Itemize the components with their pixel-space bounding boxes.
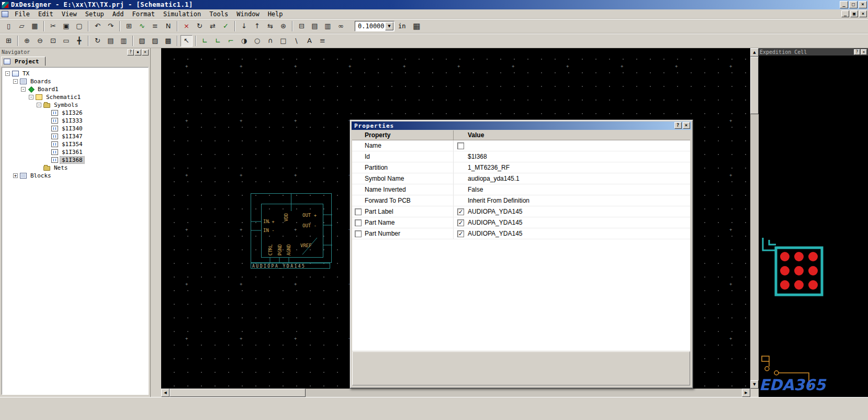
column-header-value[interactable]: Value: [454, 130, 690, 140]
ortho-mode-icon[interactable]: ⌐: [225, 35, 237, 47]
property-row-part-number[interactable]: Part Number✓AUDIOPA_YDA145: [352, 228, 690, 239]
property-value[interactable]: audiopa_yda145.1: [468, 175, 520, 182]
add-bus-icon[interactable]: ≡: [149, 20, 161, 32]
delete-icon[interactable]: ×: [181, 20, 193, 32]
horizontal-scrollbar-thumb[interactable]: [170, 389, 306, 397]
vertical-scrollbar[interactable]: ▲ ▼: [750, 48, 759, 389]
checkbox-unchecked[interactable]: [355, 230, 362, 237]
property-value[interactable]: AUDIOPA_YDA145: [468, 208, 523, 215]
redo-icon[interactable]: ↷: [105, 20, 117, 32]
circle-tool-icon[interactable]: ○: [251, 35, 263, 47]
properties-dialog[interactable]: Properties ? × Property Value NameId$1I3…: [350, 119, 693, 389]
properties-tool-icon[interactable]: ≡: [317, 35, 329, 47]
property-row-symbol-name[interactable]: Symbol Nameaudiopa_yda145.1: [352, 173, 690, 184]
close-button[interactable]: ×: [859, 1, 867, 8]
property-value-cell[interactable]: False: [454, 184, 690, 195]
property-value[interactable]: AUDIOPA_YDA145: [468, 230, 523, 237]
property-value[interactable]: $1I368: [468, 153, 487, 160]
new-icon[interactable]: ▯: [3, 20, 15, 32]
tree-item-1i368[interactable]: $1I368: [2, 156, 148, 164]
colors-icon[interactable]: ▩: [162, 35, 174, 47]
property-value[interactable]: False: [468, 186, 483, 193]
swap-icon[interactable]: ⇆: [264, 20, 276, 32]
minimize-button[interactable]: _: [840, 1, 848, 8]
menu-help[interactable]: Help: [264, 10, 287, 18]
property-row-name[interactable]: Name: [352, 140, 690, 151]
property-value[interactable]: 1_MT6236_RF: [468, 164, 510, 171]
tree-item-1i354[interactable]: $1I354: [2, 140, 148, 148]
tree-item-1i333[interactable]: $1I333: [2, 117, 148, 125]
mdi-restore-button[interactable]: ▣: [850, 10, 858, 17]
bus-mode-icon[interactable]: ∟: [212, 35, 224, 47]
horizontal-scrollbar[interactable]: ◀ ▶: [161, 389, 750, 397]
copy-icon[interactable]: ▣: [60, 20, 72, 32]
rotate-icon[interactable]: ↻: [194, 20, 206, 32]
checkbox-unchecked[interactable]: [355, 208, 362, 215]
net-color-icon[interactable]: ◑: [238, 35, 250, 47]
checkbox-unchecked[interactable]: [355, 219, 362, 226]
property-row-part-label[interactable]: Part Label✓AUDIOPA_YDA145: [352, 206, 690, 217]
grid-spacing-combo[interactable]: 0.10000 ▼: [355, 21, 394, 31]
property-value-cell[interactable]: Inherit From Definition: [454, 195, 690, 206]
schematic-symbol[interactable]: IN + IN - VDD OUT + OUT - CTRL PGND AGND…: [250, 193, 336, 271]
menu-edit[interactable]: Edit: [34, 10, 58, 18]
mdi-minimize-button[interactable]: _: [841, 10, 849, 17]
menu-window[interactable]: Window: [232, 10, 263, 18]
property-value-cell[interactable]: $1I368: [454, 151, 690, 162]
property-value-cell[interactable]: ✓AUDIOPA_YDA145: [454, 217, 690, 228]
collapse-icon[interactable]: -: [21, 87, 26, 92]
tree-item-1i326[interactable]: $1I326: [2, 109, 148, 117]
pop-schematic-icon[interactable]: ↑: [251, 20, 263, 32]
rectangle-tool-icon[interactable]: □: [277, 35, 289, 47]
column-header-property[interactable]: Property: [352, 130, 454, 140]
tree-item-nets[interactable]: Nets: [2, 164, 148, 172]
properties-dialog-title-bar[interactable]: Properties ? ×: [352, 121, 691, 130]
paste-icon[interactable]: ▢: [73, 20, 85, 32]
scroll-down-icon[interactable]: ▼: [750, 380, 759, 389]
checkbox-checked[interactable]: ✓: [457, 230, 464, 237]
display-settings-icon[interactable]: ▧: [136, 35, 148, 47]
checkbox-checked[interactable]: ✓: [457, 208, 464, 215]
board-view-icon[interactable]: ▥: [118, 35, 130, 47]
grid-settings-button[interactable]: ▦: [410, 20, 423, 32]
menu-simulation[interactable]: Simulation: [159, 10, 205, 18]
print-icon[interactable]: ▦: [29, 20, 41, 32]
tree-item-1i340[interactable]: $1I340: [2, 125, 148, 132]
chevron-down-icon[interactable]: ▼: [385, 22, 393, 30]
checkbox-unchecked[interactable]: [457, 142, 464, 149]
compile-icon[interactable]: ⊛: [277, 20, 289, 32]
collapse-icon[interactable]: -: [13, 79, 18, 84]
add-wire-icon[interactable]: ∿: [136, 20, 148, 32]
zoom-out-icon[interactable]: ⊖: [34, 35, 46, 47]
property-value-cell[interactable]: ✓AUDIOPA_YDA145: [454, 206, 690, 217]
tree-item-tx[interactable]: -TX: [2, 70, 148, 78]
arc-tool-icon[interactable]: ∩: [264, 35, 276, 47]
close-icon[interactable]: ×: [861, 49, 867, 55]
property-value-cell[interactable]: audiopa_yda145.1: [454, 173, 690, 184]
line-tool-icon[interactable]: \: [290, 35, 302, 47]
pin-icon[interactable]: ▪: [134, 49, 141, 56]
scroll-right-icon[interactable]: ▶: [742, 389, 750, 397]
tree-item-schematic1[interactable]: -Schematic1: [2, 93, 148, 101]
menu-add[interactable]: Add: [108, 10, 128, 18]
vertical-scrollbar-thumb[interactable]: [750, 57, 759, 114]
link-icon[interactable]: ∞: [335, 20, 347, 32]
redraw-icon[interactable]: ↻: [92, 35, 104, 47]
property-value-cell[interactable]: 1_MT6236_RF: [454, 162, 690, 173]
property-value[interactable]: AUDIOPA_YDA145: [468, 219, 523, 226]
scroll-left-icon[interactable]: ◀: [161, 389, 170, 397]
tree-item-1i347[interactable]: $1I347: [2, 132, 148, 140]
maximize-button[interactable]: □: [849, 1, 858, 8]
schematic-view-icon[interactable]: ▤: [105, 35, 117, 47]
add-net-name-icon[interactable]: N: [162, 20, 174, 32]
help-icon[interactable]: ?: [127, 49, 134, 56]
checkbox-checked[interactable]: ✓: [457, 219, 464, 226]
property-row-name-inverted[interactable]: Name InvertedFalse: [352, 184, 690, 195]
tree-item-board1[interactable]: -Board1: [2, 85, 148, 93]
menu-view[interactable]: View: [58, 10, 81, 18]
collapse-icon[interactable]: -: [29, 95, 33, 100]
document-icon[interactable]: [2, 11, 8, 17]
layers-icon[interactable]: ▨: [149, 35, 161, 47]
tree-item-blocks[interactable]: +Blocks: [2, 172, 148, 180]
undo-icon[interactable]: ↶: [92, 20, 104, 32]
